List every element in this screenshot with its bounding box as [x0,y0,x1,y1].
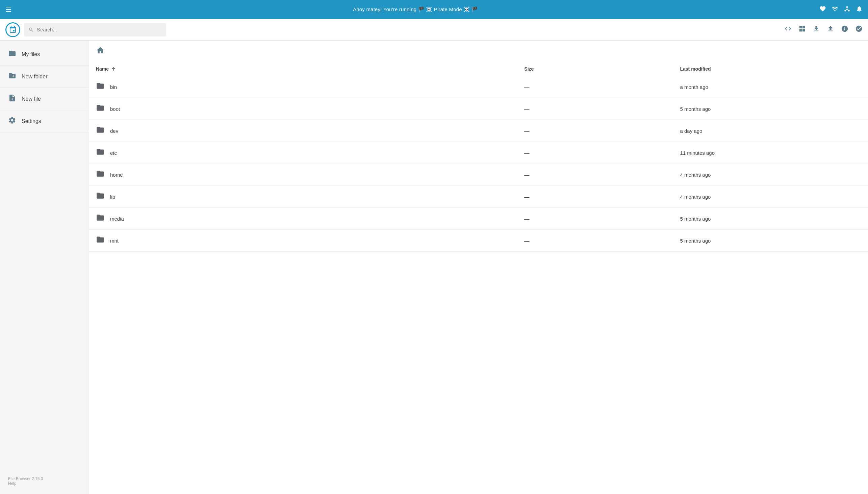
file-name-cell: bin [89,76,517,98]
code-view-icon[interactable] [784,25,792,34]
sidebar-label-my-files: My files [22,51,40,57]
folder-icon [96,81,105,92]
file-modified: 5 months ago [673,98,868,120]
breadcrumb [89,41,868,62]
col-header-name[interactable]: Name [89,62,517,76]
file-size: — [517,76,673,98]
header-row [0,19,868,41]
file-modified: 4 months ago [673,164,868,186]
sidebar-label-new-file: New file [22,96,41,102]
file-name: media [110,216,124,222]
file-name-cell: lib [89,186,517,208]
file-size: — [517,164,673,186]
file-content: Name Size Last modified bin [89,41,868,494]
file-table: Name Size Last modified bin [89,62,868,252]
topbar-right [820,5,863,14]
sidebar-footer: File Browser 2.15.0 Help [0,471,89,491]
file-size: — [517,230,673,252]
topbar-banner: Ahoy matey! You're running 🏴 ☠️ Pirate M… [353,6,478,13]
file-name: bin [110,84,117,90]
heartbeat-icon [820,5,826,14]
file-name: mnt [110,238,119,244]
file-name-cell: etc [89,142,517,164]
file-name: home [110,172,123,178]
file-name-cell: dev [89,120,517,142]
header-actions [784,25,863,34]
sidebar-label-settings: Settings [22,118,41,124]
folder-icon [96,213,105,224]
file-name: lib [110,194,115,200]
file-name: boot [110,106,120,112]
sidebar-label-new-folder: New folder [22,74,47,80]
network-icon [844,5,850,14]
hamburger-menu[interactable]: ☰ [5,5,12,14]
sidebar-item-my-files[interactable]: My files [0,43,89,65]
notification-icon[interactable] [856,5,863,14]
help-link[interactable]: Help [8,481,81,486]
folder-icon [96,125,105,136]
upload-icon[interactable] [827,25,834,34]
file-modified: 5 months ago [673,230,868,252]
settings-icon [8,116,16,126]
table-row[interactable]: home — 4 months ago [89,164,868,186]
folder-icon [96,235,105,246]
sidebar-item-settings[interactable]: Settings [0,110,89,132]
search-input[interactable] [37,27,162,33]
file-size: — [517,186,673,208]
folder-icon [8,49,16,59]
wifi-icon [831,5,838,14]
download-icon[interactable] [813,25,820,34]
col-header-size[interactable]: Size [517,62,673,76]
new-file-icon [8,94,16,104]
file-name: etc [110,150,117,156]
file-modified: a month ago [673,76,868,98]
file-name-cell: media [89,208,517,230]
home-icon[interactable] [96,46,105,57]
file-name-cell: boot [89,98,517,120]
main-layout: My files New folder New file Settings Fi… [0,41,868,494]
topbar-left: ☰ [5,5,12,14]
file-modified: 11 minutes ago [673,142,868,164]
table-row[interactable]: lib — 4 months ago [89,186,868,208]
folder-icon [96,191,105,202]
col-header-modified[interactable]: Last modified [673,62,868,76]
file-name: dev [110,128,118,134]
folder-icon [96,169,105,180]
file-name-cell: mnt [89,230,517,252]
sort-asc-icon [111,66,116,72]
file-size: — [517,142,673,164]
topbar: ☰ Ahoy matey! You're running 🏴 ☠️ Pirate… [0,0,868,19]
table-row[interactable]: mnt — 5 months ago [89,230,868,252]
file-modified: 5 months ago [673,208,868,230]
file-name-cell: home [89,164,517,186]
table-row[interactable]: dev — a day ago [89,120,868,142]
info-icon[interactable] [841,25,848,34]
file-size: — [517,98,673,120]
grid-view-icon[interactable] [798,25,806,34]
sidebar: My files New folder New file Settings Fi… [0,41,89,494]
file-size: — [517,208,673,230]
table-row[interactable]: media — 5 months ago [89,208,868,230]
new-folder-icon [8,72,16,81]
search-box[interactable] [24,23,166,37]
file-modified: a day ago [673,120,868,142]
sidebar-item-new-file[interactable]: New file [0,88,89,110]
table-row[interactable]: bin — a month ago [89,76,868,98]
sidebar-item-new-folder[interactable]: New folder [0,65,89,88]
table-row[interactable]: etc — 11 minutes ago [89,142,868,164]
version-text: File Browser 2.15.0 [8,476,81,481]
search-icon [28,27,34,33]
folder-icon [96,103,105,114]
folder-icon [96,147,105,158]
check-circle-icon[interactable] [855,25,863,34]
file-size: — [517,120,673,142]
file-modified: 4 months ago [673,186,868,208]
app-logo [5,22,20,37]
table-row[interactable]: boot — 5 months ago [89,98,868,120]
